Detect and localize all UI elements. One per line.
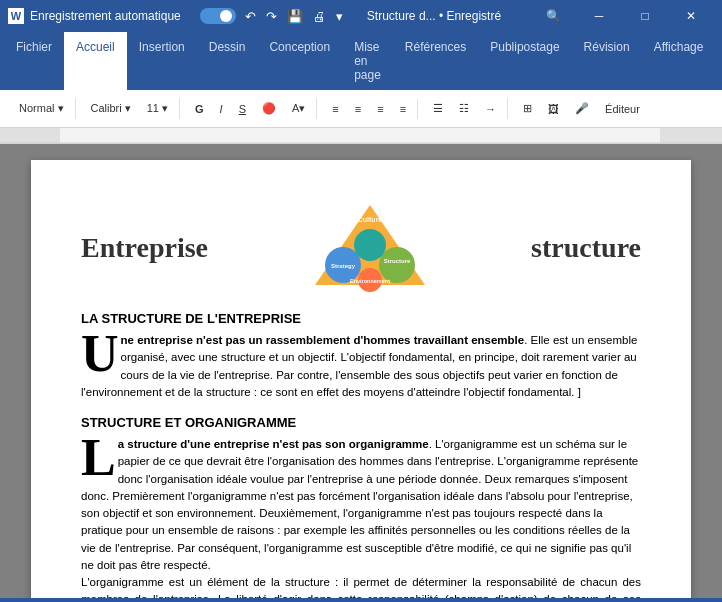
font-selector[interactable]: Calibri ▾ <box>84 98 138 119</box>
toolbar-format-group: G I S 🔴 A▾ <box>184 98 317 119</box>
close-button[interactable]: ✕ <box>668 0 714 32</box>
document-title-area: Entreprise Culture Strategy <box>81 200 641 295</box>
tab-insertion[interactable]: Insertion <box>127 32 197 90</box>
strikethrough-button[interactable]: 🔴 <box>255 98 283 119</box>
search-button[interactable]: 🔍 <box>530 0 576 32</box>
tab-publipostage[interactable]: Publipostage <box>478 32 571 90</box>
main-toolbar: Normal ▾ Calibri ▾ 11 ▾ G I S 🔴 A▾ ≡ ≡ ≡… <box>0 90 722 128</box>
document-title: Structure d... • Enregistré <box>352 9 516 23</box>
tab-affichage[interactable]: Affichage <box>642 32 716 90</box>
ruler-svg <box>0 128 722 144</box>
section1-text: ne entreprise n'est pas un rassemblement… <box>81 334 637 398</box>
maximize-button[interactable]: □ <box>622 0 668 32</box>
save-button[interactable]: 💾 <box>284 7 306 26</box>
title-right: structure <box>531 232 641 264</box>
tab-accueil[interactable]: Accueil <box>64 32 127 90</box>
svg-rect-0 <box>0 128 722 144</box>
tab-dessin[interactable]: Dessin <box>197 32 258 90</box>
ruler <box>0 128 722 144</box>
section1-para: U ne entreprise n'est pas un rassembleme… <box>81 332 641 401</box>
section1-bold: ne entreprise n'est pas un rassemblement… <box>121 334 525 346</box>
indent-button[interactable]: → <box>478 99 503 119</box>
tab-conception[interactable]: Conception <box>257 32 342 90</box>
numbered-list-button[interactable]: ☷ <box>452 98 476 119</box>
insert-table-button[interactable]: ⊞ <box>516 98 539 119</box>
highlight-button[interactable]: A▾ <box>285 98 312 119</box>
redo-button[interactable]: ↷ <box>263 7 280 26</box>
tab-references[interactable]: Références <box>393 32 478 90</box>
editor-button[interactable]: Éditeur <box>598 99 647 119</box>
more-qat-button[interactable]: ▾ <box>333 7 346 26</box>
toolbar-style-group: Normal ▾ <box>8 98 76 119</box>
insert-picture-button[interactable]: 🖼 <box>541 99 566 119</box>
justify-button[interactable]: ≡ <box>393 99 413 119</box>
print-button[interactable]: 🖨 <box>310 7 329 26</box>
tab-aide[interactable]: Aide <box>715 32 722 90</box>
section2-bold: a structure d'une entreprise n'est pas s… <box>118 438 429 450</box>
svg-rect-1 <box>0 128 60 144</box>
window-controls: 🔍 ─ □ ✕ <box>530 0 714 32</box>
section1-drop-cap: U <box>81 328 119 380</box>
autosave-label: Enregistrement automatique <box>30 9 194 23</box>
section2-para1: L a structure d'une entreprise n'est pas… <box>81 436 641 574</box>
style-selector[interactable]: Normal ▾ <box>12 98 71 119</box>
section2-title: STRUCTURE ET ORGANIGRAMME <box>81 415 641 430</box>
quick-access-toolbar: ↶ ↷ 💾 🖨 ▾ <box>242 7 346 26</box>
toolbar-list-group: ☰ ☷ → <box>422 98 508 119</box>
svg-text:Structure: Structure <box>383 258 410 264</box>
section2-rest: . L'organigramme est un schéma sur le pa… <box>81 438 638 571</box>
undo-button[interactable]: ↶ <box>242 7 259 26</box>
tab-fichier[interactable]: Fichier <box>4 32 64 90</box>
align-right-button[interactable]: ≡ <box>370 99 390 119</box>
svg-text:Environnement: Environnement <box>350 278 390 284</box>
title-left: Entreprise <box>81 232 208 264</box>
section2-drop-cap: L <box>81 432 116 484</box>
toolbar-font-group: Calibri ▾ 11 ▾ <box>80 98 181 119</box>
toolbar-align-group: ≡ ≡ ≡ ≡ <box>321 99 418 119</box>
align-center-button[interactable]: ≡ <box>348 99 368 119</box>
align-left-button[interactable]: ≡ <box>325 99 345 119</box>
bold-button[interactable]: G <box>188 99 211 119</box>
underline-button[interactable]: S <box>232 99 253 119</box>
minimize-button[interactable]: ─ <box>576 0 622 32</box>
italic-button[interactable]: I <box>213 99 230 119</box>
section1-title: LA STRUCTURE DE L'ENTREPRISE <box>81 311 641 326</box>
ribbon-tabs: Fichier Accueil Insertion Dessin Concept… <box>0 32 722 90</box>
document-area: Entreprise Culture Strategy <box>0 144 722 598</box>
document-page: Entreprise Culture Strategy <box>31 160 691 598</box>
section2-para2: L'organigramme est un élément de la stru… <box>81 574 641 598</box>
dictate-button[interactable]: 🎤 <box>568 98 596 119</box>
svg-text:Strategy: Strategy <box>331 263 356 269</box>
svg-rect-2 <box>660 128 722 144</box>
app-icon: W <box>8 8 24 24</box>
pyramid-image: Culture Strategy Structure Environnement <box>305 200 435 295</box>
autosave-toggle[interactable] <box>200 8 236 24</box>
svg-text:Culture: Culture <box>357 216 382 223</box>
tab-mise-en-page[interactable]: Mise en page <box>342 32 393 90</box>
statusbar: 📄 553 mots ⌨ Saisie semi-automatique : a… <box>0 598 722 602</box>
svg-point-7 <box>354 229 386 261</box>
section2-text: a structure d'une entreprise n'est pas s… <box>81 438 638 571</box>
fontsize-selector[interactable]: 11 ▾ <box>140 98 175 119</box>
tab-revision[interactable]: Révision <box>572 32 642 90</box>
bullet-list-button[interactable]: ☰ <box>426 98 450 119</box>
toolbar-insert-group: ⊞ 🖼 🎤 Éditeur <box>512 98 651 119</box>
titlebar: W Enregistrement automatique ↶ ↷ 💾 🖨 ▾ S… <box>0 0 722 32</box>
